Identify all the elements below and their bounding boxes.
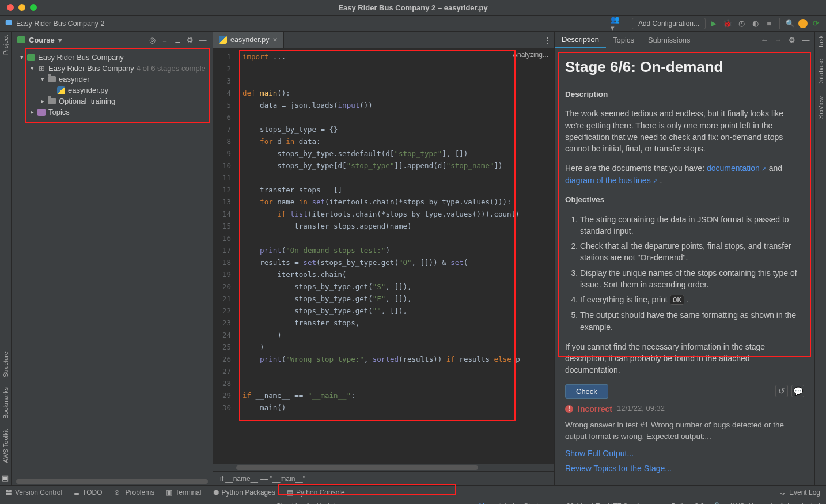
bottom-tool-stripe: 𝌡Version Control ≣TODO ⊘Problems ▣Termin… xyxy=(0,485,826,499)
cancel-progress-icon[interactable]: ⊘ xyxy=(438,502,444,505)
stop-icon[interactable]: ■ xyxy=(763,18,775,29)
interpreter-label[interactable]: Python 3.9 xyxy=(671,502,704,505)
hide-icon[interactable]: — xyxy=(196,33,209,46)
task-tool-window-button[interactable]: Task xyxy=(817,35,824,48)
caret-position[interactable]: 30:11 xyxy=(566,502,583,505)
add-configuration-button[interactable]: Add Configuration... xyxy=(632,18,706,29)
course-panel-title: Course xyxy=(29,36,55,44)
objectives-list: The string containing the data in JSON f… xyxy=(565,214,804,333)
version-control-button[interactable]: 𝌡Version Control xyxy=(6,488,62,497)
task-settings-icon[interactable]: ⚙ xyxy=(786,33,798,46)
tree-root[interactable]: ▾ Easy Rider Bus Company xyxy=(12,52,213,63)
tab-description[interactable]: Description xyxy=(555,32,606,48)
vcs-icon: 𝌡 xyxy=(6,488,12,497)
sidebar-hscroll[interactable] xyxy=(12,478,213,485)
maximize-window-icon[interactable] xyxy=(30,4,37,11)
tabnine-status[interactable]: ◆ tabnine Starter xyxy=(492,502,544,505)
tab-submissions[interactable]: Submissions xyxy=(641,32,698,48)
topics-icon xyxy=(37,109,46,116)
problems-button[interactable]: ⊘Problems xyxy=(114,488,155,497)
analyzing-badge: Analyzing... xyxy=(513,51,548,59)
documentation-link[interactable]: documentation xyxy=(707,164,767,173)
minimize-window-icon[interactable] xyxy=(18,4,25,11)
coverage-icon[interactable]: ◴ xyxy=(736,18,747,29)
editor-hscroll[interactable] xyxy=(213,464,554,471)
tree-course-node[interactable]: ▾ ⊞ Easy Rider Bus Company 4 of 6 stages… xyxy=(12,63,213,74)
module-icon: ⊞ xyxy=(37,65,46,73)
target-icon[interactable]: ◎ xyxy=(146,33,158,46)
aws-status[interactable]: AWS: No credentials selected xyxy=(729,502,820,505)
ide-avatar-icon[interactable] xyxy=(798,19,808,28)
sciview-tool-window-button[interactable]: SciView xyxy=(817,96,824,119)
collapse-all-icon[interactable]: ≣ xyxy=(171,33,184,46)
bookmarks-tool-window-button[interactable]: Bookmarks xyxy=(2,387,10,419)
close-tab-icon[interactable]: × xyxy=(272,35,277,44)
project-name-label[interactable]: Easy Rider Bus Company 2 xyxy=(16,20,105,28)
tree-folder-optional[interactable]: ▸ Optional_training xyxy=(12,96,213,107)
database-tool-window-button[interactable]: Database xyxy=(817,59,824,86)
editor-tab-bar: easyrider.py × ⋮ xyxy=(213,32,554,48)
editor-breadcrumb[interactable]: if __name__ == "__main__" xyxy=(213,471,554,485)
diagram-link[interactable]: diagram of the bus lines xyxy=(565,176,658,185)
task-tab-bar: Description Topics Submissions ← → ⚙ — xyxy=(555,32,814,48)
nav-back-icon[interactable]: ← xyxy=(758,33,771,46)
check-button[interactable]: Check xyxy=(565,384,608,399)
tree-folder-easyrider[interactable]: ▾ easyrider xyxy=(12,74,213,85)
editor-more-icon[interactable]: ⋮ xyxy=(540,32,554,48)
structure-tool-window-button[interactable]: Structure xyxy=(2,351,10,377)
tree-file-easyrider[interactable]: easyrider.py xyxy=(12,85,213,96)
chevron-right-icon[interactable]: ▸ xyxy=(29,108,36,116)
editor-tab-easyrider[interactable]: easyrider.py × xyxy=(213,32,284,48)
chevron-down-icon[interactable]: ▾ xyxy=(18,54,25,61)
indent-setting[interactable]: 4 spaces xyxy=(635,502,663,505)
line-separator[interactable]: LF xyxy=(592,502,600,505)
readonly-lock-icon[interactable]: 🔓 xyxy=(713,502,721,505)
packages-icon: ⬢ xyxy=(213,488,219,497)
project-tool-window-button[interactable]: Project xyxy=(2,35,9,55)
python-packages-button[interactable]: ⬢Python Packages xyxy=(213,488,275,497)
event-log-button[interactable]: 🗨Event Log xyxy=(779,488,820,497)
status-bar: ▢ Checking for Updates... ⊘ ◤ V ◆ tabnin… xyxy=(0,499,826,504)
chevron-down-icon[interactable]: ▾ xyxy=(29,65,36,72)
comment-icon[interactable]: 💬 xyxy=(791,385,804,397)
run-icon[interactable]: ▶ xyxy=(708,18,719,29)
chevron-right-icon[interactable]: ▸ xyxy=(39,97,46,105)
nav-forward-icon[interactable]: → xyxy=(772,33,785,46)
check-status-label: Incorrect xyxy=(578,403,612,415)
chevron-down-icon[interactable]: ▾ xyxy=(58,36,62,44)
terminal-button[interactable]: ▣Terminal xyxy=(166,488,201,497)
objective-item: The output should have the same formatti… xyxy=(580,309,804,333)
debug-icon[interactable]: 🐞 xyxy=(722,18,733,29)
show-full-output-link[interactable]: Show Full Output... xyxy=(565,448,804,459)
reset-icon[interactable]: ↺ xyxy=(775,385,788,397)
search-everywhere-icon[interactable]: 🔍 xyxy=(785,18,796,29)
window-title: Easy Rider Bus Company 2 – easyrider.py xyxy=(338,3,487,12)
python-console-button[interactable]: ▤Python Console xyxy=(287,488,345,497)
window-titlebar: Easy Rider Bus Company 2 – easyrider.py xyxy=(0,0,826,16)
statusbar-menu-icon[interactable]: ▢ xyxy=(5,502,11,505)
review-topics-link[interactable]: Review Topics for the Stage... xyxy=(565,463,804,474)
python-file-icon xyxy=(219,36,227,44)
file-encoding[interactable]: UTF-8 xyxy=(608,502,627,505)
tab-topics[interactable]: Topics xyxy=(606,32,641,48)
settings-icon[interactable]: ⚙ xyxy=(184,33,196,46)
updates-icon[interactable]: ⟳ xyxy=(810,18,821,29)
pyconsole-icon: ▤ xyxy=(287,488,293,497)
python-file-icon xyxy=(57,86,65,94)
tree-topics[interactable]: ▸ Topics xyxy=(12,107,213,118)
close-window-icon[interactable] xyxy=(7,4,14,11)
error-icon: ! xyxy=(565,405,573,413)
v-icon[interactable]: V xyxy=(479,502,484,505)
todo-button[interactable]: ≣TODO xyxy=(74,488,102,497)
chevron-down-icon[interactable]: ▾ xyxy=(39,75,46,83)
hide-icon[interactable]: — xyxy=(800,33,812,46)
code-with-me-icon[interactable]: 👥▾ xyxy=(611,18,622,29)
code-editor[interactable]: Analyzing... 123456789101112131415161718… xyxy=(213,48,554,464)
course-item-icon xyxy=(27,54,35,61)
vagrant-icon[interactable]: ◤ xyxy=(466,502,471,505)
expand-all-icon[interactable]: ≡ xyxy=(158,33,171,46)
indent-guide-icon[interactable]: ≣ xyxy=(552,502,558,505)
aws-tool-window-button[interactable]: AWS Toolkit xyxy=(2,429,10,463)
checking-updates-label: Checking for Updates... xyxy=(276,502,348,505)
profile-icon[interactable]: ◐ xyxy=(749,18,761,29)
